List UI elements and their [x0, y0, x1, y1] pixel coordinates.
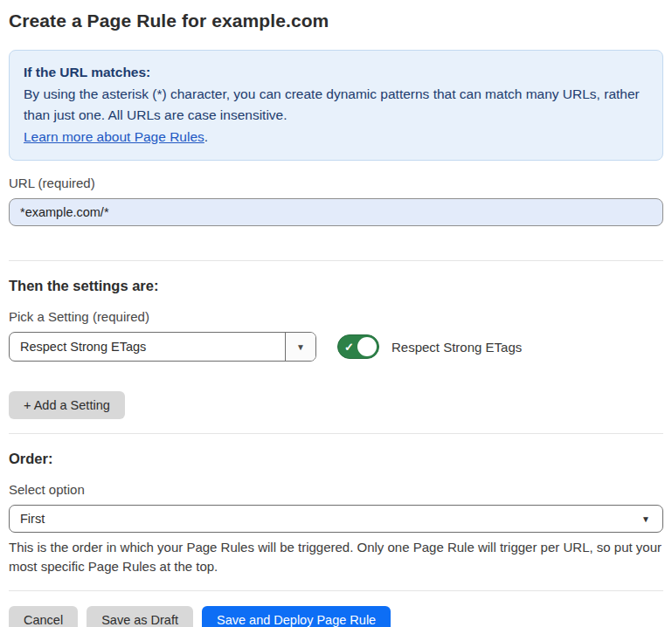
link-period: . — [204, 129, 208, 144]
section-divider — [9, 433, 663, 434]
order-select-value: First — [20, 512, 45, 526]
toggle-knob — [357, 337, 377, 356]
url-input[interactable] — [9, 198, 663, 226]
setting-select-value: Respect Strong ETags — [10, 333, 285, 361]
dropdown-arrow-icon: ▼ — [296, 342, 305, 352]
setting-select-arrow-button[interactable]: ▼ — [285, 333, 315, 361]
save-draft-button[interactable]: Save as Draft — [87, 606, 193, 627]
order-select[interactable]: First ▼ — [9, 505, 663, 533]
setting-toggle[interactable]: ✓ — [337, 334, 379, 359]
learn-more-link[interactable]: Learn more about Page Rules — [24, 129, 204, 144]
setting-row: Respect Strong ETags ▼ ✓ Respect Strong … — [9, 332, 663, 362]
info-box-heading: If the URL matches: — [24, 62, 648, 84]
order-section-heading: Order: — [9, 451, 663, 467]
settings-section-heading: Then the settings are: — [9, 278, 663, 294]
cancel-button[interactable]: Cancel — [9, 606, 78, 627]
pick-setting-label: Pick a Setting (required) — [9, 309, 663, 324]
toggle-check-icon: ✓ — [344, 341, 354, 354]
save-deploy-button[interactable]: Save and Deploy Page Rule — [202, 606, 391, 627]
page-title: Create a Page Rule for example.com — [9, 10, 663, 31]
url-field-label: URL (required) — [9, 176, 663, 190]
footer-divider — [9, 590, 663, 591]
order-help-text: This is the order in which your Page Rul… — [9, 538, 663, 575]
info-box-link-line: Learn more about Page Rules. — [24, 127, 648, 148]
order-select-label: Select option — [9, 482, 663, 497]
chevron-down-icon: ▼ — [641, 514, 650, 524]
info-box-body: By using the asterisk (*) character, you… — [24, 84, 648, 127]
footer-button-row: Cancel Save as Draft Save and Deploy Pag… — [9, 606, 663, 627]
add-setting-button[interactable]: + Add a Setting — [9, 391, 125, 419]
toggle-label: Respect Strong ETags — [391, 340, 522, 355]
url-match-info-box: If the URL matches: By using the asteris… — [9, 50, 663, 161]
setting-select[interactable]: Respect Strong ETags ▼ — [9, 332, 316, 362]
section-divider — [9, 260, 663, 261]
